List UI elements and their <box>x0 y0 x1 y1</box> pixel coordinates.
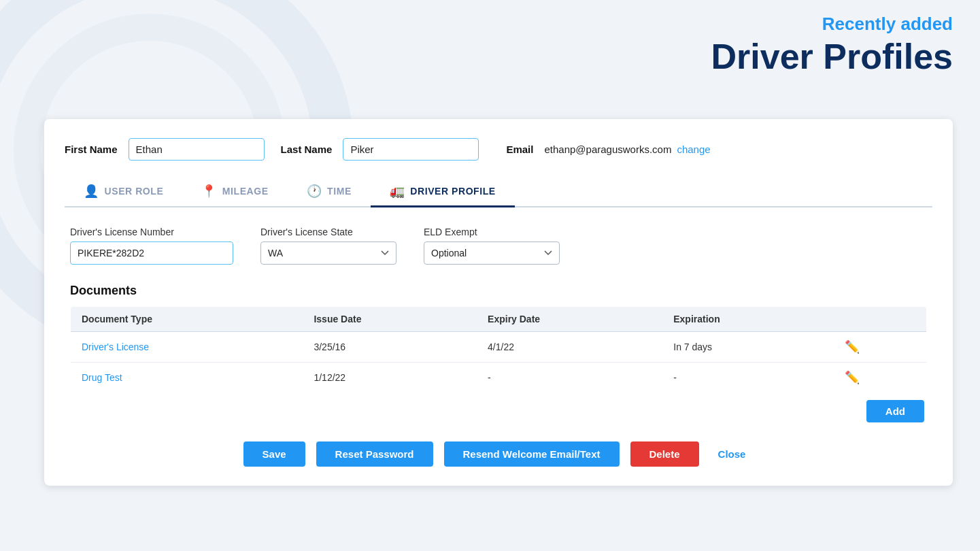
tab-time[interactable]: 🕐 TIME <box>288 177 371 207</box>
col-actions <box>834 307 927 332</box>
add-document-button[interactable]: Add <box>866 400 924 422</box>
first-name-group: First Name <box>65 138 265 161</box>
email-value: ethanp@paragusworks.com <box>544 144 671 155</box>
header-title: Driver Profiles <box>711 37 953 76</box>
doc-type-cell: Drug Test <box>71 363 303 393</box>
user-role-icon: 👤 <box>84 184 99 199</box>
last-name-input[interactable] <box>343 138 479 161</box>
driver-profile-section: Driver's License Number Driver's License… <box>65 227 932 422</box>
last-name-label: Last Name <box>281 144 333 155</box>
user-info-row: First Name Last Name Email ethanp@paragu… <box>65 138 932 161</box>
doc-type-cell: Driver's License <box>71 332 303 363</box>
email-section: Email ethanp@paragusworks.com change <box>506 144 710 155</box>
col-issue-date: Issue Date <box>303 307 477 332</box>
tabs-container: 👤 USER ROLE 📍 MILEAGE 🕐 TIME 🚛 DRIVER PR… <box>65 177 932 207</box>
email-label: Email <box>506 144 533 155</box>
add-document-row: Add <box>70 400 927 422</box>
tab-user-role[interactable]: 👤 USER ROLE <box>65 177 182 207</box>
license-number-label: Driver's License Number <box>70 227 233 237</box>
docs-table-header-row: Document Type Issue Date Expiry Date Exp… <box>71 307 927 332</box>
tab-driver-profile[interactable]: 🚛 DRIVER PROFILE <box>371 177 515 207</box>
edit-cell: ✏️ <box>834 363 927 393</box>
tab-time-label: TIME <box>327 186 352 197</box>
table-row: Drug Test 1/12/22 - - ✏️ <box>71 363 927 393</box>
license-number-input[interactable] <box>70 241 233 265</box>
tab-mileage[interactable]: 📍 MILEAGE <box>182 177 287 207</box>
driver-profile-icon: 🚛 <box>390 184 405 199</box>
documents-table: Document Type Issue Date Expiry Date Exp… <box>70 306 927 393</box>
save-button[interactable]: Save <box>243 441 305 467</box>
license-state-select[interactable]: WA CA OR TX <box>260 241 396 265</box>
col-document-type: Document Type <box>71 307 303 332</box>
page-header: Recently added Driver Profiles <box>711 14 953 76</box>
expiry-date-cell: - <box>477 363 662 393</box>
col-expiration: Expiration <box>662 307 834 332</box>
tab-mileage-label: MILEAGE <box>222 186 269 197</box>
header-subtitle: Recently added <box>711 14 953 35</box>
license-state-field: Driver's License State WA CA OR TX <box>260 227 396 265</box>
tab-driver-profile-label: DRIVER PROFILE <box>410 186 495 197</box>
mileage-icon: 📍 <box>201 184 217 199</box>
col-expiry-date: Expiry Date <box>477 307 662 332</box>
table-row: Driver's License 3/25/16 4/1/22 In 7 day… <box>71 332 927 363</box>
edit-cell: ✏️ <box>834 332 927 363</box>
driver-form-row: Driver's License Number Driver's License… <box>70 227 927 265</box>
eld-exempt-select[interactable]: Optional Yes No <box>424 241 560 265</box>
first-name-label: First Name <box>65 144 118 155</box>
license-state-label: Driver's License State <box>260 227 396 237</box>
documents-title: Documents <box>70 284 927 298</box>
resend-welcome-button[interactable]: Resend Welcome Email/Text <box>444 441 620 467</box>
expiration-cell: In 7 days <box>662 332 834 363</box>
doc-type-link[interactable]: Driver's License <box>82 341 149 352</box>
action-bar: Save Reset Password Resend Welcome Email… <box>65 441 932 467</box>
first-name-input[interactable] <box>129 138 265 161</box>
docs-table-body: Driver's License 3/25/16 4/1/22 In 7 day… <box>71 332 927 393</box>
change-email-link[interactable]: change <box>677 144 710 155</box>
issue-date-cell: 1/12/22 <box>303 363 477 393</box>
eld-exempt-field: ELD Exempt Optional Yes No <box>424 227 560 265</box>
main-card: First Name Last Name Email ethanp@paragu… <box>44 119 953 486</box>
expiry-date-cell: 4/1/22 <box>477 332 662 363</box>
tab-user-role-label: USER ROLE <box>105 186 164 197</box>
edit-icon[interactable]: ✏️ <box>845 371 860 384</box>
issue-date-cell: 3/25/16 <box>303 332 477 363</box>
license-number-field: Driver's License Number <box>70 227 233 265</box>
reset-password-button[interactable]: Reset Password <box>316 441 433 467</box>
expiration-cell: - <box>662 363 834 393</box>
edit-icon[interactable]: ✏️ <box>845 340 860 354</box>
delete-button[interactable]: Delete <box>630 441 699 467</box>
last-name-group: Last Name <box>281 138 479 161</box>
doc-type-link[interactable]: Drug Test <box>82 372 122 383</box>
close-button[interactable]: Close <box>710 441 754 467</box>
eld-exempt-label: ELD Exempt <box>424 227 560 237</box>
time-icon: 🕐 <box>307 184 322 199</box>
